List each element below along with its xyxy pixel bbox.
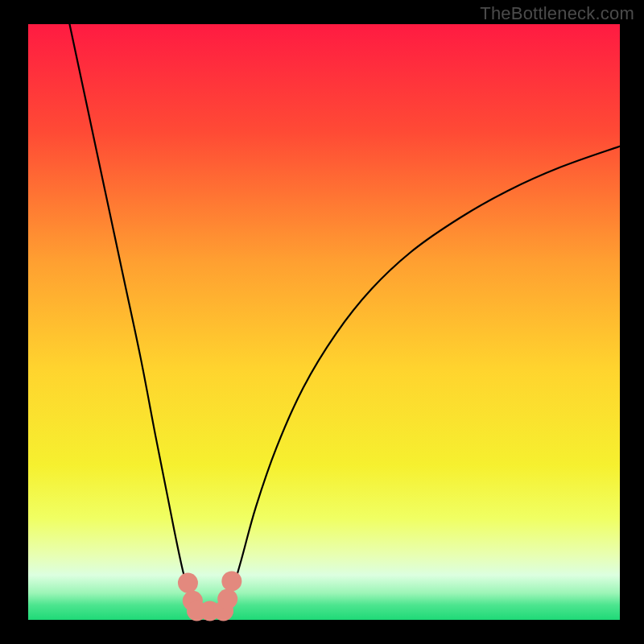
marker-dot: [178, 573, 198, 593]
marker-dot: [217, 589, 237, 609]
chart-frame: TheBottleneck.com: [0, 0, 644, 644]
watermark-text: TheBottleneck.com: [480, 3, 634, 24]
bottleneck-chart: [0, 0, 644, 644]
marker-dot: [221, 571, 242, 591]
plot-background: [28, 24, 620, 620]
